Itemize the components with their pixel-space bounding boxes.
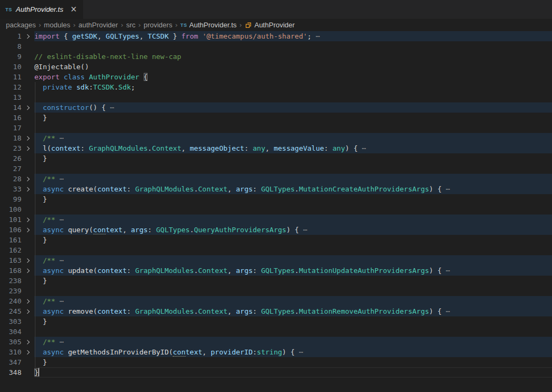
- code-token: string: [257, 348, 282, 356]
- code-line[interactable]: async query(context, args: GQLTypes.Quer…: [34, 225, 552, 235]
- editor-line-row: 1import { getSDK, GQLTypes, TCSDK } from…: [0, 31, 552, 41]
- code-token: [198, 32, 202, 40]
- code-token: messageObject: [190, 144, 245, 152]
- breadcrumb-item-authprovider[interactable]: AuthProvider: [245, 21, 295, 29]
- editor-lines: 1import { getSDK, GQLTypes, TCSDK } from…: [0, 31, 552, 378]
- line-gutter: 162: [0, 245, 34, 255]
- code-line[interactable]: async update(context: GraphQLModules.Con…: [34, 265, 552, 276]
- line-gutter: 168: [0, 265, 34, 276]
- editor-line-row: 28 /** ⋯: [0, 174, 552, 184]
- line-gutter: 33: [0, 184, 34, 194]
- code-line[interactable]: /** ⋯: [34, 133, 552, 143]
- editor-line-row: 12 private sdk:TCSDK.Sdk;: [0, 82, 552, 92]
- code-line[interactable]: }: [34, 276, 552, 286]
- code-line[interactable]: /** ⋯: [34, 174, 552, 184]
- fold-chevron-icon[interactable]: [21, 265, 34, 276]
- code-line[interactable]: [34, 92, 552, 102]
- code-line[interactable]: }: [34, 113, 552, 123]
- code-line[interactable]: export class AuthProvider {: [34, 72, 552, 82]
- chevron-right-glyph: [25, 34, 30, 38]
- fold-chevron-icon[interactable]: [21, 225, 34, 235]
- editor-line-row: 304: [0, 327, 552, 337]
- fold-chevron-icon[interactable]: [21, 337, 34, 347]
- code-line[interactable]: [34, 327, 552, 337]
- code-line[interactable]: [34, 123, 552, 133]
- fold-chevron-icon[interactable]: [21, 174, 34, 184]
- code-line[interactable]: }: [34, 316, 552, 327]
- editor-line-row: 14 constructor() { ⋯: [0, 102, 552, 113]
- editor-line-row: 27: [0, 164, 552, 174]
- code-line[interactable]: constructor() { ⋯: [34, 102, 552, 113]
- editor-line-row: 23 l(context: GraphQLModules.Context, me…: [0, 143, 552, 153]
- code-line[interactable]: }: [34, 194, 552, 204]
- code-line[interactable]: }: [34, 357, 552, 367]
- code-line[interactable]: async remove(context: GraphQLModules.Con…: [34, 306, 552, 316]
- fold-chevron-icon[interactable]: [21, 184, 34, 194]
- line-number: 99: [0, 194, 21, 204]
- tab-authprovider[interactable]: TS AuthProvider.ts ×: [0, 0, 83, 19]
- fold-chevron-icon[interactable]: [21, 133, 34, 143]
- code-line[interactable]: }: [34, 153, 552, 164]
- line-gutter: 1: [0, 31, 34, 41]
- code-line[interactable]: [34, 164, 552, 174]
- code-line[interactable]: }: [34, 367, 552, 378]
- code-token: :: [324, 144, 333, 152]
- editor-line-row: 11export class AuthProvider {: [0, 72, 552, 82]
- code-token: Context: [152, 144, 181, 152]
- code-line[interactable]: [34, 41, 552, 51]
- line-gutter: 12: [0, 82, 34, 92]
- code-line[interactable]: // eslint-disable-next-line new-cap: [34, 51, 552, 62]
- code-token: ⋯: [312, 32, 320, 40]
- indent-guide: [35, 357, 35, 367]
- code-line[interactable]: async getMethodsInProviderByID(context, …: [34, 347, 552, 357]
- code-token: ) {: [429, 185, 446, 193]
- fold-chevron-icon[interactable]: [21, 102, 34, 113]
- fold-chevron-icon[interactable]: [21, 143, 34, 153]
- code-line[interactable]: l(context: GraphQLModules.Context, messa…: [34, 143, 552, 153]
- breadcrumb-label: modules: [44, 21, 70, 29]
- line-number: 303: [0, 316, 21, 327]
- code-token: AuthProvider: [89, 73, 139, 81]
- fold-spacer: [21, 357, 34, 367]
- code-line[interactable]: [34, 204, 552, 215]
- code-line[interactable]: [34, 286, 552, 296]
- code-line[interactable]: @Injectable(): [34, 62, 552, 72]
- fold-chevron-icon[interactable]: [21, 306, 34, 316]
- line-gutter: 16: [0, 113, 34, 123]
- breadcrumb-item-src[interactable]: src: [126, 21, 135, 29]
- code-token: ⋯: [303, 226, 307, 234]
- close-icon[interactable]: ×: [70, 5, 77, 13]
- code-line[interactable]: [34, 245, 552, 255]
- fold-chevron-icon[interactable]: [21, 255, 34, 265]
- breadcrumb-item-authprovider[interactable]: authProvider: [78, 21, 118, 29]
- breadcrumb-item-packages[interactable]: packages: [6, 21, 36, 29]
- code-token: /**: [43, 297, 60, 305]
- fold-spacer: [21, 316, 34, 327]
- editor-line-row: 162: [0, 245, 552, 255]
- code-line[interactable]: /** ⋯: [34, 337, 552, 347]
- fold-chevron-icon[interactable]: [21, 215, 34, 225]
- breadcrumb-item-modules[interactable]: modules: [44, 21, 70, 29]
- code-line[interactable]: }: [34, 235, 552, 245]
- breadcrumb-item-providers[interactable]: providers: [144, 21, 172, 29]
- breadcrumb-item-authprovider-ts[interactable]: TSAuthProvider.ts: [180, 21, 237, 29]
- code-line[interactable]: private sdk:TCSDK.Sdk;: [34, 82, 552, 92]
- code-line[interactable]: /** ⋯: [34, 215, 552, 225]
- code-token: GQLTypes: [261, 307, 295, 315]
- code-line[interactable]: /** ⋯: [34, 296, 552, 306]
- fold-spacer: [21, 286, 34, 296]
- code-token: GQLTypes: [261, 267, 295, 275]
- fold-chevron-icon[interactable]: [21, 31, 34, 41]
- breadcrumb-label: providers: [144, 21, 172, 29]
- code-token: :: [253, 307, 261, 315]
- code-line[interactable]: /** ⋯: [34, 255, 552, 265]
- breadcrumb-label: authProvider: [78, 21, 118, 29]
- code-token: }: [34, 114, 47, 122]
- code-token: :: [253, 348, 257, 356]
- code-token: any: [333, 144, 345, 152]
- code-line[interactable]: import { getSDK, GQLTypes, TCSDK } from …: [34, 31, 552, 41]
- fold-chevron-icon[interactable]: [21, 347, 34, 357]
- code-line[interactable]: async create(context: GraphQLModules.Con…: [34, 184, 552, 194]
- fold-chevron-icon[interactable]: [21, 296, 34, 306]
- line-gutter: 161: [0, 235, 34, 245]
